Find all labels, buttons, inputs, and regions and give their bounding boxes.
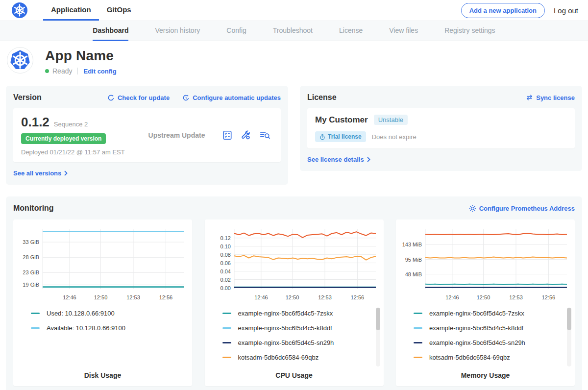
topnav-tabs: Application GitOps	[43, 0, 139, 21]
svg-text:12:56: 12:56	[159, 294, 173, 300]
license-card: License Sync license My Customer Unstabl…	[300, 86, 582, 171]
chart-title: Memory Usage	[396, 371, 575, 379]
refresh-icon	[107, 94, 115, 101]
legend-label: example-nginx-5bc6f5d4c5-7zskx	[238, 310, 333, 317]
legend-scrollbar-thumb[interactable]	[376, 308, 380, 330]
legend-label: kotsadm-5db6dc6584-69qbz	[238, 354, 319, 361]
edit-config-link[interactable]: Edit config	[83, 68, 116, 75]
preflight-checks-icon[interactable]	[222, 130, 233, 141]
svg-text:12:46: 12:46	[254, 294, 268, 300]
svg-text:12:56: 12:56	[350, 294, 364, 300]
app-logo-icon	[7, 47, 33, 73]
chart-title: Disk Usage	[13, 371, 192, 379]
version-card: Version Check for update Configure au	[6, 86, 288, 185]
legend-color-dash	[222, 357, 231, 358]
license-expiry-text: Does not expire	[372, 133, 416, 141]
svg-text:12:53: 12:53	[318, 294, 332, 300]
legend-scrollbar	[567, 308, 571, 366]
legend-color-dash	[222, 327, 231, 329]
current-version-panel: 0.1.2 Sequence 2 Currently deployed vers…	[13, 108, 281, 162]
configure-automatic-updates-link[interactable]: Configure automatic updates	[182, 94, 281, 101]
divider	[77, 68, 78, 74]
legend-label: Available: 10.128.0.66:9100	[47, 324, 125, 332]
legend-item: example-nginx-5bc6f5d4c5-k8ddf	[414, 324, 575, 332]
sync-license-link[interactable]: Sync license	[526, 94, 575, 101]
svg-text:48 MiB: 48 MiB	[405, 271, 422, 277]
see-all-versions-link[interactable]: See all versions	[13, 170, 68, 177]
disk-usage-chart: 19 GiB23 GiB28 GiB33 GiB12:4612:5012:531…	[17, 225, 188, 303]
legend-item: Available: 10.128.0.66:9100	[31, 324, 192, 332]
svg-text:12:46: 12:46	[63, 294, 76, 300]
svg-text:12:53: 12:53	[509, 294, 523, 300]
memory-usage-chart: 48 MiB95 MiB143 MiB12:4612:5012:5312:56	[400, 225, 571, 303]
cpu-usage-chart: 0.000.020.040.060.080.100.1212:4612:5012…	[209, 225, 380, 303]
disk-usage-legend: Used: 10.128.0.66:9100Available: 10.128.…	[31, 310, 192, 339]
legend-label: example-nginx-5bc6f5d4c5-sn29h	[429, 339, 525, 346]
schedule-update-icon	[182, 94, 190, 101]
legend-color-dash	[222, 342, 231, 343]
app-name-title: App Name	[45, 48, 117, 64]
app-header: App Name Ready Edit config	[0, 41, 588, 82]
svg-text:12:46: 12:46	[445, 294, 459, 300]
memory-usage-chart-card: 48 MiB95 MiB143 MiB12:4612:5012:5312:56 …	[396, 219, 575, 386]
legend-item: example-nginx-5bc6f5d4c5-7zskx	[222, 310, 384, 317]
legend-color-dash	[414, 357, 422, 358]
tab-troubleshoot[interactable]: Troubleshoot	[273, 21, 313, 41]
legend-item: example-nginx-5bc6f5d4c5-sn29h	[414, 339, 575, 346]
chart-title: CPU Usage	[205, 371, 384, 379]
add-new-application-button[interactable]: Add a new application	[461, 3, 545, 18]
deployed-badge: Currently deployed version	[21, 133, 106, 144]
legend-label: example-nginx-5bc6f5d4c5-7zskx	[429, 310, 524, 317]
app-status-text: Ready	[52, 67, 72, 75]
tab-registry-settings[interactable]: Registry settings	[444, 21, 495, 41]
legend-label: kotsadm-5db6dc6584-69qbz	[429, 354, 510, 361]
svg-text:143 MiB: 143 MiB	[402, 242, 422, 247]
svg-text:12:53: 12:53	[126, 294, 140, 300]
trial-license-badge: Trial license	[315, 131, 366, 142]
legend-item: example-nginx-5bc6f5d4c5-k8ddf	[222, 324, 384, 332]
legend-item: kotsadm-5db6dc6584-69qbz	[414, 354, 575, 361]
top-nav: Application GitOps Add a new application…	[0, 0, 588, 21]
gear-icon	[469, 205, 476, 212]
legend-color-dash	[414, 342, 422, 343]
tab-dashboard[interactable]: Dashboard	[93, 21, 128, 41]
tab-version-history[interactable]: Version history	[155, 21, 200, 41]
config-wrench-icon[interactable]	[241, 130, 251, 141]
tab-application[interactable]: Application	[43, 0, 99, 21]
tab-gitops[interactable]: GitOps	[99, 0, 139, 21]
svg-text:12:50: 12:50	[94, 294, 108, 300]
see-license-details-link[interactable]: See license details	[307, 156, 370, 163]
legend-scrollbar-thumb[interactable]	[567, 308, 571, 330]
monitoring-title: Monitoring	[13, 204, 54, 213]
configure-prometheus-link[interactable]: Configure Prometheus Address	[469, 205, 575, 212]
legend-item: example-nginx-5bc6f5d4c5-sn29h	[222, 339, 384, 346]
svg-text:0.08: 0.08	[220, 252, 230, 258]
svg-text:0.12: 0.12	[220, 235, 230, 241]
customer-name: My Customer	[315, 115, 368, 125]
svg-text:33 GiB: 33 GiB	[23, 239, 39, 245]
ready-status-dot	[45, 69, 49, 73]
upstream-update-label: Upstream Update	[131, 131, 222, 139]
chevron-right-icon	[64, 171, 68, 176]
check-for-update-link[interactable]: Check for update	[107, 94, 170, 101]
tab-view-files[interactable]: View files	[389, 21, 418, 41]
svg-text:28 GiB: 28 GiB	[23, 254, 39, 260]
license-card-title: License	[307, 93, 337, 102]
license-panel: My Customer Unstable Trial license Does …	[307, 108, 575, 148]
dashboard-sub-nav: Dashboard Version history Config Trouble…	[0, 21, 588, 41]
svg-text:0.04: 0.04	[220, 268, 230, 274]
svg-text:12:50: 12:50	[285, 294, 299, 300]
svg-text:0.10: 0.10	[220, 244, 230, 249]
legend-color-dash	[414, 327, 422, 329]
legend-label: example-nginx-5bc6f5d4c5-k8ddf	[429, 324, 523, 332]
logout-button[interactable]: Log out	[554, 6, 578, 15]
cpu-usage-legend: example-nginx-5bc6f5d4c5-7zskxexample-ng…	[222, 310, 384, 368]
legend-label: example-nginx-5bc6f5d4c5-k8ddf	[238, 324, 332, 332]
deployed-timestamp: Deployed 01/21/22 @ 11:57 am EST	[21, 148, 131, 156]
tab-config[interactable]: Config	[226, 21, 246, 41]
view-logs-icon[interactable]	[259, 130, 271, 141]
chevron-right-icon	[367, 157, 370, 162]
svg-text:0.06: 0.06	[220, 260, 230, 266]
tab-license[interactable]: License	[339, 21, 363, 41]
disk-usage-chart-card: 19 GiB23 GiB28 GiB33 GiB12:4612:5012:531…	[13, 219, 192, 386]
